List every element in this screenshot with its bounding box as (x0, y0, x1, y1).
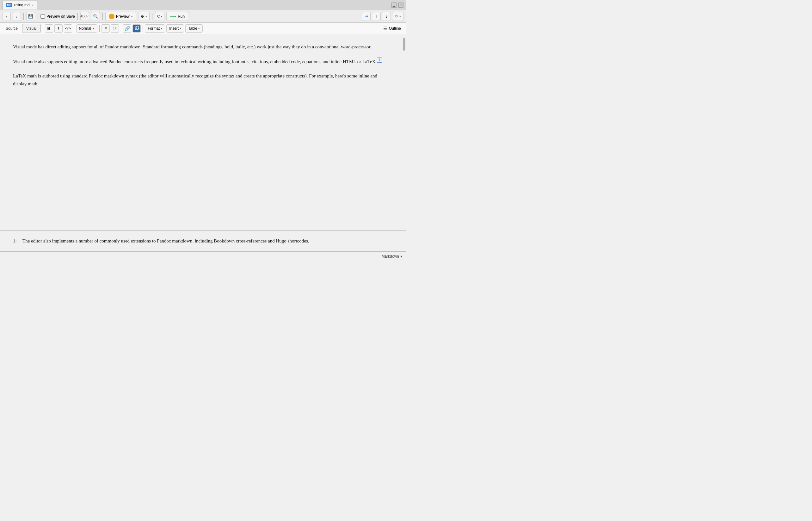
link-button[interactable]: 🔗 (123, 24, 131, 32)
settings-dropdown-arrow: ▾ (145, 15, 147, 18)
preview-label: Preview (116, 14, 130, 19)
up-arrow-icon: ↑ (375, 14, 378, 19)
scrollbar-thumb[interactable] (403, 38, 405, 51)
separator-3 (77, 13, 78, 20)
forward-jump-button[interactable]: ⇥ (362, 12, 370, 21)
outline-label: Outline (389, 26, 401, 31)
insert-dropdown[interactable]: Insert ▾ (166, 24, 184, 32)
outline-button[interactable]: ☰ Outline (381, 24, 404, 32)
paragraph-3: LaTeX math is authored using standard Pa… (13, 72, 389, 88)
insert-label: Insert (169, 26, 179, 31)
preview-on-save-text: Preview on Save (46, 14, 75, 19)
c-icon: C (157, 14, 160, 19)
source-mode-button[interactable]: Source (2, 24, 21, 33)
footnote-section: 1: The editor also implements a number o… (0, 230, 406, 252)
status-bar: Markdown ▾ (0, 252, 406, 260)
back-button[interactable]: ‹ (2, 12, 11, 21)
scroll-down-button[interactable]: ↓ (382, 12, 391, 21)
down-arrow-icon: ↓ (385, 14, 388, 19)
markdown-status[interactable]: Markdown ▾ (382, 254, 402, 258)
paragraph-2-text: Visual mode also supports editing more a… (13, 59, 377, 64)
format-dropdown-arrow: ▾ (161, 27, 162, 30)
main-layout: Visual mode has direct editing support f… (0, 34, 406, 252)
editor-content[interactable]: Visual mode has direct editing support f… (0, 34, 406, 230)
paragraph-2: Visual mode also supports editing more a… (13, 58, 389, 66)
run-button[interactable]: ⟶ Run (166, 12, 188, 21)
markdown-dropdown-arrow: ▾ (400, 254, 402, 258)
file-tab[interactable]: MD using.md × (2, 1, 37, 9)
table-label: Table (188, 26, 197, 31)
heading-dropdown-arrow: ▾ (93, 27, 94, 30)
separator-10 (142, 25, 143, 32)
image-button[interactable]: 🖼 (133, 24, 141, 32)
preview-on-save-checkbox[interactable] (41, 14, 45, 19)
settings-button[interactable]: ⚙ ▾ (138, 12, 150, 21)
main-toolbar: ‹ › 💾 Preview on Save ABC✓ 🔍 Preview ▾ ⚙… (0, 10, 406, 23)
scroll-up-button[interactable]: ↑ (372, 12, 381, 21)
minimize-button[interactable]: _ (391, 2, 397, 7)
outline-lines-icon: ☰ (383, 26, 387, 31)
preview-button[interactable]: Preview ▾ (105, 12, 136, 21)
markdown-label: Markdown (382, 254, 399, 258)
spell-check-button[interactable]: ABC✓ (80, 12, 89, 21)
cycle-dropdown-arrow: ▾ (399, 15, 401, 18)
settings-icon: ⚙ (141, 14, 144, 19)
tab-bar: MD using.md × _ □ (0, 0, 406, 10)
bold-button[interactable]: B (45, 24, 53, 32)
cycle-button[interactable]: ↺ ▾ (392, 12, 404, 21)
zoom-button[interactable]: 🔍 (91, 12, 100, 21)
save-icon: 💾 (28, 14, 33, 19)
cycle-icon: ↺ (394, 14, 398, 19)
format-dropdown[interactable]: Format ▾ (145, 24, 165, 32)
c-dropdown-arrow: ▾ (161, 15, 162, 18)
spell-check-icon: ABC✓ (80, 15, 89, 18)
editor-wrapper: Visual mode has direct editing support f… (0, 34, 406, 230)
separator-9 (121, 25, 121, 32)
table-dropdown-arrow: ▾ (198, 27, 200, 30)
md-badge: MD (6, 3, 12, 7)
footnote-text: The editor also implements a number of c… (22, 237, 309, 245)
run-label: Run (178, 14, 185, 19)
save-button[interactable]: 💾 (26, 12, 35, 21)
ordered-list-icon: 1≡ (113, 26, 116, 30)
footnote-reference-1[interactable]: 1 (377, 58, 382, 63)
c-button[interactable]: C ▾ (155, 12, 164, 21)
window-controls: _ □ (391, 2, 404, 7)
ordered-list-button[interactable]: 1≡ (111, 24, 119, 32)
forward-jump-icon: ⇥ (365, 14, 368, 19)
separator-8 (99, 25, 99, 32)
preview-dropdown-arrow: ▾ (131, 15, 133, 18)
footnote-number: 1: (13, 237, 19, 245)
separator-7 (74, 25, 74, 32)
heading-selector[interactable]: Normal ▾ (76, 24, 98, 32)
bullet-list-button[interactable]: ≡ (102, 24, 110, 32)
image-icon: 🖼 (134, 26, 139, 31)
heading-label: Normal (79, 26, 91, 31)
bullet-list-icon: ≡ (104, 26, 107, 31)
format-toolbar: Source Visual B I </> Normal ▾ ≡ 1≡ 🔗 🖼 … (0, 23, 406, 34)
separator-1 (23, 13, 24, 20)
forward-button[interactable]: › (13, 12, 21, 21)
footnote-item-1: 1: The editor also implements a number o… (13, 237, 393, 245)
visual-mode-button[interactable]: Visual (22, 24, 41, 33)
italic-button[interactable]: I (54, 24, 63, 32)
tab-filename: using.md (14, 3, 30, 7)
vertical-scrollbar[interactable] (402, 34, 406, 230)
format-label: Format (148, 26, 160, 31)
separator-4 (103, 13, 103, 20)
preview-icon (109, 14, 114, 19)
link-icon: 🔗 (125, 26, 130, 31)
zoom-icon: 🔍 (93, 14, 98, 19)
paragraph-1: Visual mode has direct editing support f… (13, 43, 389, 51)
code-button[interactable]: </> (64, 24, 72, 32)
right-toolbar-group: ⇥ ↑ ↓ ↺ ▾ (362, 12, 404, 21)
table-dropdown[interactable]: Table ▾ (185, 24, 203, 32)
preview-on-save-label[interactable]: Preview on Save (41, 14, 75, 19)
separator-6 (43, 25, 43, 32)
run-arrow-icon: ⟶ (170, 14, 176, 19)
separator-2 (38, 13, 38, 20)
list-buttons: ≡ 1≡ (102, 24, 119, 32)
tab-close-button[interactable]: × (31, 3, 33, 7)
insert-dropdown-arrow: ▾ (180, 27, 181, 30)
maximize-button[interactable]: □ (399, 2, 404, 7)
